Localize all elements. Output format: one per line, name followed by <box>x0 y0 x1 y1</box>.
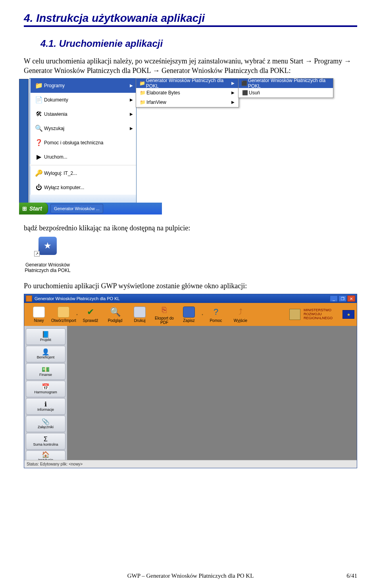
submenu-item-icon: 📁 <box>139 80 146 86</box>
chevron-right-icon: ▶ <box>130 83 133 88</box>
shortcut-arrow-icon: ↗ <box>34 251 40 257</box>
exit-icon: ⤴ <box>235 306 246 318</box>
submenu-item-label: Generator Wniosków Płatniczych dla POKL <box>146 78 231 89</box>
start-button[interactable]: ⊞ Start <box>19 203 48 215</box>
submenu-item[interactable]: ⬛Generator Wniosków Płatniczych dla POKL <box>239 79 333 88</box>
start-menu-item[interactable]: 🔑Wyloguj: IT_2... <box>30 166 136 180</box>
taskbar-app-label: Generator Wniosków ... <box>54 206 100 211</box>
submenu-item[interactable]: 📁IrfanView▶ <box>136 98 239 107</box>
submenu-item-icon: ⬛ <box>241 90 249 96</box>
paragraph-1: W celu uruchomienia aplikacji należy, po… <box>24 56 357 76</box>
submenu-item-label: Generator Wniosków Płatniczych dla POKL <box>248 78 329 89</box>
start-menu-item[interactable]: 🔍Wyszukaj▶ <box>30 121 136 136</box>
app-window: Generator Wniosków Płatniczych dla PO KL… <box>24 294 357 468</box>
national-emblem-icon <box>289 309 300 320</box>
toolbar-button-podgl-d[interactable]: 🔍Podgląd <box>103 306 127 323</box>
toolbar-button-nowy[interactable]: Nowy <box>27 306 51 323</box>
app-title: Generator Wniosków Płatniczych dla PO KL <box>35 296 120 301</box>
start-menu-item[interactable]: ▶Uruchom... <box>30 150 136 164</box>
xp-sidebar-band: Windows XP Professional <box>19 79 29 203</box>
start-menu-item[interactable]: ❓Pomoc i obsługa techniczna <box>30 136 136 150</box>
page-number: 6/41 <box>346 573 357 579</box>
chevron-right-icon: ▶ <box>130 98 133 102</box>
section-heading: 4. Instrukcja użytkowania aplikacji <box>24 12 357 25</box>
brand-area: MINISTERSTWO ROZWOJU REGIONALNEGO <box>289 308 354 320</box>
submenu-item[interactable]: 📁Elaborate Bytes▶ <box>136 88 239 98</box>
sidebar-button-projekt[interactable]: 📘Projekt <box>26 328 65 345</box>
toolbar-button-sprawd-[interactable]: ✔Sprawdź <box>78 306 103 323</box>
submenu-generator: ⬛Generator Wniosków Płatniczych dla POKL… <box>238 78 333 98</box>
sidebar-button-label: Suma kontrolna <box>33 442 58 446</box>
chevron-right-icon: ▶ <box>130 112 133 116</box>
taskbar-app-button[interactable]: Generator Wniosków ... <box>50 204 103 213</box>
submenu-item-icon: ⬛ <box>241 80 248 86</box>
toolbar: NowyOtwórz/Import•✔Sprawdź🔍PodglądDrukuj… <box>24 303 357 326</box>
ministry-label: MINISTERSTWO ROZWOJU REGIONALNEGO <box>304 308 339 320</box>
toolbar-button-label: Podgląd <box>103 318 127 323</box>
submenu-item[interactable]: 📁Generator Wniosków Płatniczych dla POKL… <box>136 79 239 88</box>
subsection-heading: 4.1. Uruchomienie aplikacji <box>40 38 357 49</box>
app-sidebar: 📘Projekt👤Beneficjent💵Finanse📅Harmonogram… <box>24 326 67 460</box>
start-menu-item[interactable]: 📁Programy▶ <box>30 79 136 93</box>
toolbar-button-wyj-cie[interactable]: ⤴Wyjście <box>228 306 253 323</box>
toolbar-button-zapisz[interactable]: Zapisz <box>177 306 201 323</box>
sidebar-button-label: Beneficjent <box>37 355 55 359</box>
start-menu-item[interactable]: 📄Dokumenty▶ <box>30 93 136 107</box>
start-menu-panel: 📁Programy▶📄Dokumenty▶🛠Ustawienia▶🔍Wyszuk… <box>29 78 137 204</box>
sidebar-button-icon: 👤 <box>42 349 50 355</box>
toolbar-button-label: Eksport do PDF <box>152 316 177 325</box>
menu-item-icon: ▶ <box>34 153 44 161</box>
minimize-button[interactable]: _ <box>330 295 338 302</box>
sidebar-button-załączniki[interactable]: 📎Załączniki <box>26 416 65 432</box>
folder-icon <box>58 306 69 318</box>
toolbar-button-drukuj[interactable]: Drukuj <box>127 306 152 323</box>
sidebar-button-informacje[interactable]: ℹInformacje <box>26 398 65 415</box>
sidebar-button-label: Projekt <box>40 338 51 342</box>
sidebar-button-instytucje-pośredniczące[interactable]: 🏠Instytucje Pośredniczące <box>26 450 65 460</box>
submenu-item[interactable]: ⬛Usuń <box>239 88 333 98</box>
submenu-item-icon: 📁 <box>139 100 146 105</box>
start-menu-item[interactable]: 🛠Ustawienia▶ <box>30 107 136 121</box>
toolbar-button-otw-rz-import[interactable]: Otwórz/Import <box>51 306 76 323</box>
paragraph-2: bądź bezpośrednio klikając na ikonę dost… <box>24 223 357 233</box>
chevron-right-icon: ▶ <box>231 81 235 85</box>
maximize-button[interactable]: ❐ <box>339 295 346 302</box>
shortcut-icon: ★ <box>38 237 57 255</box>
menu-item-icon: ❓ <box>34 139 44 146</box>
toolbar-button-pomoc[interactable]: ?Pomoc <box>204 306 228 323</box>
menu-item-label: Pomoc i obsługa techniczna <box>44 140 103 146</box>
app-title-icon <box>26 295 32 302</box>
chevron-right-icon: ▶ <box>231 100 235 104</box>
submenu-item-label: Usuń <box>249 90 260 96</box>
submenu-item-label: Elaborate Bytes <box>146 90 180 96</box>
sidebar-button-beneficjent[interactable]: 👤Beneficjent <box>26 346 65 362</box>
menu-item-icon: 🔍 <box>34 124 44 132</box>
sidebar-button-icon: 🏠 <box>42 452 50 458</box>
taskbar: ⊞ Start Generator Wniosków ... <box>19 203 162 215</box>
close-button[interactable]: ✕ <box>347 295 355 302</box>
menu-item-icon: 🔑 <box>34 169 44 177</box>
toolbar-button-label: Otwórz/Import <box>51 318 76 323</box>
start-menu-screenshot: Windows XP Professional 📁Programy▶📄Dokum… <box>24 79 357 214</box>
toolbar-button-eksport-do-pdf[interactable]: ⎘Eksport do PDF <box>152 304 177 325</box>
toolbar-button-label: Drukuj <box>127 318 152 323</box>
status-text: Status: Edytowany plik: <nowy> <box>27 462 83 466</box>
windows-flag-icon: ⊞ <box>22 205 27 212</box>
titlebar: Generator Wniosków Płatniczych dla PO KL… <box>24 294 357 303</box>
app-content-area <box>67 326 357 460</box>
help-icon: ? <box>210 306 222 318</box>
sidebar-button-harmonogram[interactable]: 📅Harmonogram <box>26 381 65 397</box>
submenu-item-icon: 📁 <box>139 90 146 96</box>
toolbar-button-label: Wyjście <box>228 318 253 323</box>
start-menu-item[interactable]: ⏻Wyłącz komputer... <box>30 180 136 195</box>
toolbar-button-label: Sprawdź <box>78 318 103 323</box>
sidebar-button-icon: ℹ <box>44 401 47 408</box>
pdf-icon: ⎘ <box>158 304 170 315</box>
desktop-shortcut[interactable]: ★ ↗ Generator Wniosków Płatniczych dla P… <box>24 237 71 273</box>
print-icon <box>134 306 146 318</box>
sidebar-button-finanse[interactable]: 💵Finanse <box>26 363 65 380</box>
chevron-right-icon: ▶ <box>130 126 133 130</box>
sidebar-button-suma-kontrolna[interactable]: ΣSuma kontrolna <box>26 433 65 450</box>
toolbar-button-label: Nowy <box>27 318 51 323</box>
sidebar-button-label: Harmonogram <box>34 390 57 394</box>
